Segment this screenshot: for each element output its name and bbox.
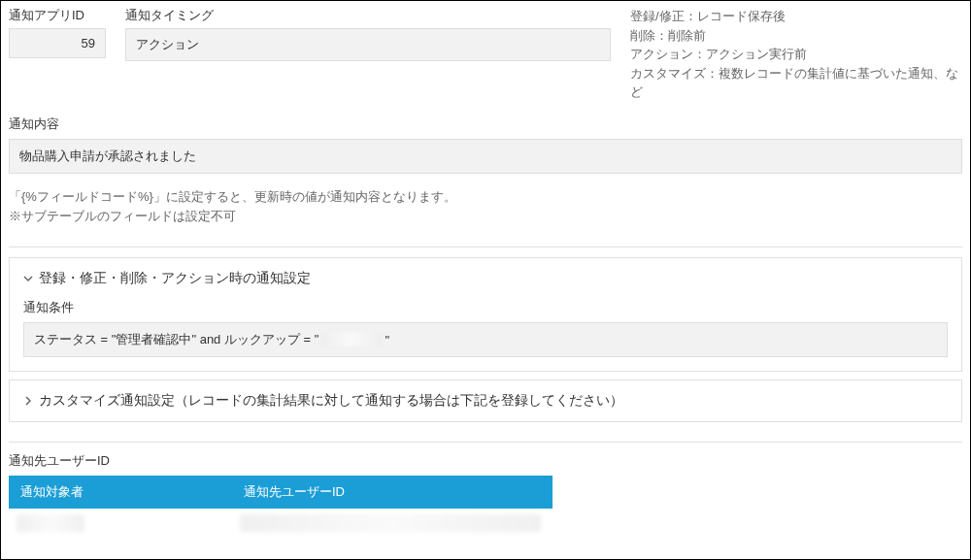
user-id-table: 通知対象者 通知先ユーザーID bbox=[9, 476, 552, 538]
accordion-title-2: カスタマイズ通知設定（レコードの集計結果に対して通知する場合は下記を登録してくだ… bbox=[39, 392, 623, 410]
table-header-userid: 通知先ユーザーID bbox=[232, 476, 552, 509]
condition-redacted bbox=[322, 333, 381, 346]
accordion-header-2[interactable]: カスタマイズ通知設定（レコードの集計結果に対して通知する場合は下記を登録してくだ… bbox=[10, 380, 961, 421]
hint-line-1: 「{%フィールドコード%}」に設定すると、更新時の値が通知内容となります。 bbox=[9, 187, 962, 208]
chevron-down-icon bbox=[23, 274, 33, 283]
condition-text-suf: " bbox=[385, 333, 389, 347]
table-row bbox=[9, 509, 552, 538]
cell-redacted-1 bbox=[17, 514, 84, 532]
timing-input[interactable]: アクション bbox=[125, 28, 611, 61]
accordion-body-1: 通知条件 ステータス = "管理者確認中" and ルックアップ = " " bbox=[10, 299, 961, 371]
accordion-notify-settings: 登録・修正・削除・アクション時の通知設定 通知条件 ステータス = "管理者確認… bbox=[9, 257, 962, 372]
timing-label: 通知タイミング bbox=[125, 7, 611, 24]
content-input[interactable]: 物品購入申請が承認されました bbox=[9, 139, 962, 174]
app-id-input[interactable]: 59 bbox=[9, 28, 106, 58]
condition-text-pre: ステータス = "管理者確認中" and ルックアップ = " bbox=[34, 331, 318, 348]
accordion-title-1: 登録・修正・削除・アクション時の通知設定 bbox=[39, 270, 311, 287]
table-header-target: 通知対象者 bbox=[9, 476, 232, 509]
cell-redacted-2 bbox=[240, 514, 541, 532]
chevron-right-icon bbox=[23, 396, 33, 406]
divider-2 bbox=[9, 442, 962, 443]
condition-input[interactable]: ステータス = "管理者確認中" and ルックアップ = " " bbox=[23, 322, 948, 357]
accordion-customize-settings: カスタマイズ通知設定（レコードの集計結果に対して通知する場合は下記を登録してくだ… bbox=[9, 379, 962, 422]
condition-label: 通知条件 bbox=[23, 299, 948, 316]
info-line-4: カスタマイズ：複数レコードの集計値に基づいた通知、など bbox=[630, 64, 962, 102]
user-id-label: 通知先ユーザーID bbox=[9, 452, 962, 470]
accordion-header-1[interactable]: 登録・修正・削除・アクション時の通知設定 bbox=[10, 258, 961, 299]
hint-line-2: ※サブテーブルのフィールドは設定不可 bbox=[9, 207, 962, 227]
info-line-2: 削除：削除前 bbox=[630, 26, 962, 46]
content-hint: 「{%フィールドコード%}」に設定すると、更新時の値が通知内容となります。 ※サ… bbox=[9, 187, 962, 228]
info-line-1: 登録/修正：レコード保存後 bbox=[630, 7, 962, 26]
divider bbox=[9, 247, 962, 247]
timing-field: 通知タイミング アクション bbox=[125, 7, 611, 61]
app-id-label: 通知アプリID bbox=[9, 7, 106, 24]
user-id-section: 通知先ユーザーID 通知対象者 通知先ユーザーID bbox=[9, 452, 962, 538]
info-line-3: アクション：アクション実行前 bbox=[630, 45, 962, 64]
content-label: 通知内容 bbox=[9, 115, 962, 133]
app-id-field: 通知アプリID 59 bbox=[9, 7, 106, 58]
info-panel: 登録/修正：レコード保存後 削除：削除前 アクション：アクション実行前 カスタマ… bbox=[630, 7, 962, 102]
